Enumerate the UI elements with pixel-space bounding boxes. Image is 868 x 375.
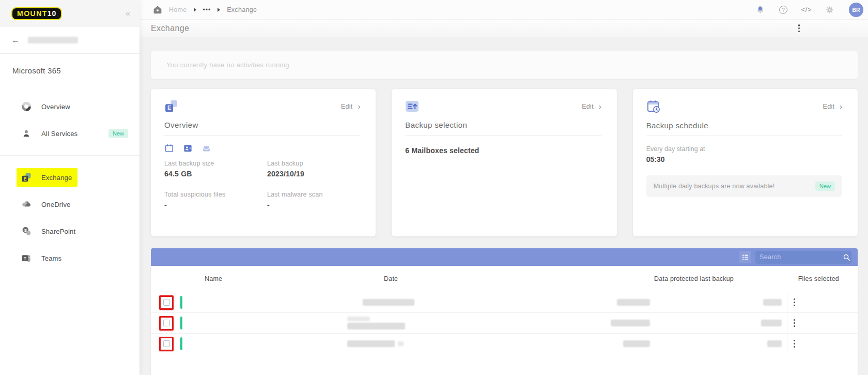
sidebar-item-label: All Services <box>41 130 78 138</box>
breadcrumb-arrow-icon <box>218 8 220 12</box>
stat-total-suspicious-files: Total suspicious files - <box>164 191 267 209</box>
exchange-logo-icon: E <box>164 99 178 113</box>
divider <box>405 135 601 136</box>
person-icon <box>21 128 32 139</box>
onedrive-cloud-icon <box>21 199 32 210</box>
overview-donut-icon <box>21 101 32 112</box>
back-arrow-icon[interactable]: ← <box>11 36 20 45</box>
user-avatar[interactable]: BR <box>849 3 863 17</box>
column-header-files-selected: Files selected <box>798 275 839 282</box>
redacted-date <box>347 340 395 347</box>
new-badge: New <box>815 182 835 191</box>
backup-selection-card: Edit› Backup selection 6 Mailboxes selec… <box>392 89 616 236</box>
table-row[interactable] <box>151 334 858 354</box>
backup-selection-edit-button[interactable]: Edit› <box>582 102 601 111</box>
page-kebab-menu-icon[interactable] <box>796 22 802 34</box>
sidebar-item-teams[interactable]: T Teams <box>0 245 140 272</box>
table-row[interactable] <box>151 313 858 334</box>
search-input[interactable] <box>760 253 843 261</box>
redacted-date <box>363 299 414 306</box>
sidebar-item-label: Exchange <box>41 174 72 182</box>
breadcrumb-current: Exchange <box>227 6 257 13</box>
backup-schedule-card: Edit› Backup schedule Every day starting… <box>633 89 858 236</box>
stat-last-malware-scan: Last malware scan - <box>267 191 360 209</box>
breadcrumb-ellipsis[interactable]: ••• <box>203 6 211 13</box>
sidebar-item-overview[interactable]: Overview <box>0 93 140 120</box>
status-green-bar <box>180 317 182 329</box>
sidebar-section-title: Microsoft 365 <box>0 54 140 75</box>
sidebar-item-onedrive[interactable]: OneDrive <box>0 191 140 218</box>
row-checkbox[interactable] <box>163 320 170 326</box>
schedule-start-time: 05:30 <box>646 155 842 163</box>
overview-card-title: Overview <box>164 121 360 129</box>
svg-text:T: T <box>24 256 26 261</box>
mount10-logo: MOUNT10 <box>11 7 62 20</box>
search-icon[interactable] <box>843 253 850 261</box>
page-title: Exchange <box>151 24 189 33</box>
activity-banner: You currently have no activities running <box>151 51 858 79</box>
table-row[interactable] <box>151 292 858 313</box>
row-checkbox[interactable] <box>163 340 170 347</box>
redacted-data-protected <box>623 340 650 347</box>
home-icon[interactable] <box>153 5 162 14</box>
calendar-icon <box>164 143 174 153</box>
column-header-date: Date <box>384 275 398 282</box>
mail-inbox-icon <box>202 143 211 153</box>
backup-selection-icon <box>405 99 419 113</box>
help-icon[interactable]: ? <box>778 5 788 15</box>
backup-selection-card-title: Backup selection <box>405 121 601 129</box>
sidebar-item-label: Teams <box>41 254 61 262</box>
overview-card: E Edit› Overview <box>151 89 376 236</box>
breadcrumb-home[interactable]: Home <box>169 6 187 13</box>
row-kebab-menu-icon[interactable] <box>792 317 797 329</box>
sidebar-collapse-icon[interactable]: « <box>126 8 130 19</box>
stat-last-backup: Last backup 2023/10/19 <box>267 160 360 178</box>
new-badge: New <box>109 129 128 138</box>
table-header: Name Date Data protected last backup Fil… <box>151 266 858 292</box>
contact-card-icon <box>183 143 193 153</box>
sidebar-back-row: ← <box>0 27 140 54</box>
code-icon[interactable]: </> <box>801 5 812 15</box>
table-body <box>151 292 858 354</box>
multiple-backups-notice: Multiple daily backups are now available… <box>646 175 842 197</box>
redacted-tenant-name <box>28 37 78 43</box>
page-title-bar: Exchange <box>140 20 868 37</box>
list-view-icon[interactable] <box>739 251 751 263</box>
chevron-right-icon: › <box>840 102 842 111</box>
row-kebab-menu-icon[interactable] <box>792 338 797 350</box>
status-green-bar <box>180 337 182 350</box>
overview-edit-button[interactable]: Edit› <box>341 102 360 111</box>
logo-text: MOUNT <box>17 9 48 18</box>
notice-text: Multiple daily backups are now available… <box>654 183 775 190</box>
column-header-name: Name <box>205 275 222 282</box>
exchange-icon: E <box>21 172 32 183</box>
sharepoint-icon: S <box>21 226 32 237</box>
sidebar-item-exchange[interactable]: E Exchange <box>0 164 140 191</box>
status-green-bar <box>180 296 182 309</box>
stat-last-backup-size: Last backup size 64.5 GB <box>164 160 267 178</box>
redacted-date-suffix <box>398 341 404 346</box>
overview-stats: Last backup size 64.5 GB Last backup 202… <box>164 160 360 209</box>
sidebar-item-all-services[interactable]: All Services New <box>0 120 140 147</box>
topbar: Home ••• Exchange ? </> BR <box>140 0 868 20</box>
sidebar-item-label: Overview <box>41 103 70 111</box>
svg-text:E: E <box>24 176 27 182</box>
breadcrumb: Home ••• Exchange <box>153 5 257 14</box>
divider <box>646 136 842 136</box>
search-box <box>755 251 851 264</box>
redacted-date <box>347 323 405 329</box>
table-toolbar <box>151 248 858 266</box>
sidebar-menu: Overview All Services New E Exchange <box>0 93 140 272</box>
settings-gear-icon[interactable] <box>825 5 835 15</box>
backup-schedule-edit-button[interactable]: Edit› <box>823 102 842 111</box>
redacted-files-selected <box>763 299 782 306</box>
row-checkbox[interactable] <box>163 299 170 306</box>
row-kebab-menu-icon[interactable] <box>792 296 797 308</box>
column-header-data-protected: Data protected last backup <box>654 275 734 282</box>
schedule-frequency-label: Every day starting at <box>646 145 842 153</box>
svg-text:E: E <box>167 104 171 111</box>
notifications-bell-icon[interactable] <box>755 5 765 15</box>
sidebar-divider <box>0 155 140 156</box>
sidebar-item-sharepoint[interactable]: S SharePoint <box>0 218 140 245</box>
teams-icon: T <box>21 252 32 264</box>
